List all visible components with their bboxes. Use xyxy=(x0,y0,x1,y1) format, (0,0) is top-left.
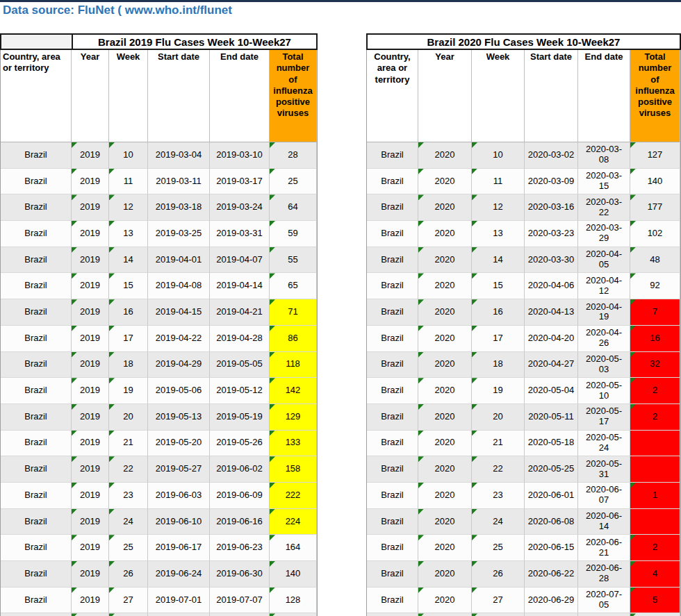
cell-start[interactable]: 2020-04-27 xyxy=(525,352,578,378)
cell-country[interactable]: Brazil xyxy=(1,299,72,326)
cell-week-partial[interactable] xyxy=(472,613,525,616)
cell-start[interactable]: 2019-04-08 xyxy=(148,273,210,299)
cell-country[interactable]: Brazil xyxy=(367,169,418,195)
cell-country[interactable]: Brazil xyxy=(367,404,418,431)
cell-total-partial[interactable] xyxy=(270,613,317,616)
cell-country[interactable]: Brazil xyxy=(1,378,72,404)
cell-end[interactable]: 2020-04-19 xyxy=(578,299,630,326)
cell-end[interactable]: 2019-06-30 xyxy=(210,561,270,588)
cell-end-partial[interactable] xyxy=(578,613,630,616)
cell-total[interactable]: 28 xyxy=(270,142,317,169)
cell-year[interactable]: 2019 xyxy=(72,588,109,614)
cell-week[interactable]: 10 xyxy=(472,142,525,169)
cell-start[interactable]: 2020-06-08 xyxy=(525,509,578,535)
cell-country[interactable]: Brazil xyxy=(1,483,72,509)
cell-start[interactable]: 2019-03-25 xyxy=(148,221,210,247)
cell-end[interactable]: 2020-06-14 xyxy=(578,509,630,535)
cell-week[interactable]: 17 xyxy=(472,326,525,352)
cell-start[interactable]: 2019-05-13 xyxy=(148,404,210,431)
cell-end[interactable]: 2020-03-22 xyxy=(578,194,630,221)
cell-end[interactable]: 2019-04-07 xyxy=(210,247,270,274)
cell-end[interactable]: 2020-04-12 xyxy=(578,273,630,299)
cell-country[interactable]: Brazil xyxy=(1,431,72,457)
cell-total[interactable]: 140 xyxy=(270,561,317,588)
cell-start[interactable]: 2019-07-01 xyxy=(148,588,210,614)
cell-start[interactable]: 2020-06-15 xyxy=(525,535,578,561)
cell-week[interactable]: 25 xyxy=(109,535,148,561)
cell-week[interactable]: 27 xyxy=(109,588,148,614)
cell-country[interactable]: Brazil xyxy=(367,194,418,221)
cell-country[interactable]: Brazil xyxy=(1,169,72,195)
cell-week[interactable]: 23 xyxy=(109,483,148,509)
cell-country[interactable]: Brazil xyxy=(367,142,418,169)
cell-week[interactable]: 14 xyxy=(109,247,148,274)
cell-start[interactable]: 2020-05-18 xyxy=(525,431,578,457)
cell-year[interactable]: 2020 xyxy=(418,483,472,509)
cell-start[interactable]: 2020-03-30 xyxy=(525,247,578,274)
cell-end[interactable]: 2020-04-05 xyxy=(578,247,630,274)
cell-total[interactable] xyxy=(630,431,680,457)
cell-country[interactable]: Brazil xyxy=(1,142,72,169)
cell-country[interactable]: Brazil xyxy=(367,535,418,561)
cell-year[interactable]: 2020 xyxy=(418,142,472,169)
cell-country-partial[interactable] xyxy=(367,613,418,616)
cell-country[interactable]: Brazil xyxy=(1,352,72,378)
cell-year[interactable]: 2019 xyxy=(72,194,109,221)
cell-week[interactable]: 25 xyxy=(472,535,525,561)
header-total[interactable]: Total number of influenza positive virus… xyxy=(270,50,317,142)
cell-country[interactable]: Brazil xyxy=(1,404,72,431)
cell-total[interactable] xyxy=(630,456,680,483)
cell-start[interactable]: 2019-03-04 xyxy=(148,142,210,169)
cell-year[interactable]: 2019 xyxy=(72,142,109,169)
cell-week[interactable]: 16 xyxy=(472,299,525,326)
cell-week[interactable]: 20 xyxy=(109,404,148,431)
cell-end[interactable]: 2020-07-05 xyxy=(578,588,630,614)
cell-week-partial[interactable] xyxy=(109,613,148,616)
table-title[interactable]: Brazil 2020 Flu Cases Week 10-Week27 xyxy=(366,33,681,50)
cell-end[interactable]: 2019-04-28 xyxy=(210,326,270,352)
header-start[interactable]: Start date xyxy=(525,50,578,142)
table-corner-cell[interactable] xyxy=(0,33,72,50)
cell-country[interactable]: Brazil xyxy=(367,299,418,326)
cell-total[interactable]: 64 xyxy=(270,194,317,221)
cell-total[interactable]: 2 xyxy=(630,404,680,431)
cell-total[interactable]: 222 xyxy=(270,483,317,509)
cell-week[interactable]: 21 xyxy=(109,431,148,457)
cell-week[interactable]: 19 xyxy=(472,378,525,404)
cell-start[interactable]: 2020-05-04 xyxy=(525,378,578,404)
cell-total[interactable]: 127 xyxy=(630,142,680,169)
cell-year[interactable]: 2020 xyxy=(418,378,472,404)
cell-year[interactable]: 2019 xyxy=(72,326,109,352)
cell-end[interactable]: 2020-06-07 xyxy=(578,483,630,509)
cell-total[interactable]: 142 xyxy=(270,378,317,404)
cell-week[interactable]: 11 xyxy=(109,169,148,195)
cell-year[interactable]: 2019 xyxy=(72,273,109,299)
cell-total[interactable]: 59 xyxy=(270,221,317,247)
cell-year[interactable]: 2020 xyxy=(418,194,472,221)
cell-end[interactable]: 2019-06-16 xyxy=(210,509,270,535)
cell-year[interactable]: 2020 xyxy=(418,299,472,326)
cell-country[interactable]: Brazil xyxy=(1,561,72,588)
cell-end[interactable]: 2019-03-17 xyxy=(210,169,270,195)
header-year[interactable]: Year xyxy=(418,50,472,142)
header-total[interactable]: Total number of influenza positive virus… xyxy=(630,50,680,142)
cell-start[interactable]: 2020-03-02 xyxy=(525,142,578,169)
cell-country[interactable]: Brazil xyxy=(367,221,418,247)
cell-week[interactable]: 26 xyxy=(109,561,148,588)
cell-week[interactable]: 14 xyxy=(472,247,525,274)
cell-start[interactable]: 2019-05-20 xyxy=(148,431,210,457)
cell-start[interactable]: 2019-04-15 xyxy=(148,299,210,326)
cell-total[interactable]: 4 xyxy=(630,561,680,588)
cell-start[interactable]: 2019-04-22 xyxy=(148,326,210,352)
cell-end[interactable]: 2020-05-10 xyxy=(578,378,630,404)
header-end[interactable]: End date xyxy=(578,50,630,142)
header-year[interactable]: Year xyxy=(72,50,109,142)
cell-total[interactable]: 2 xyxy=(630,378,680,404)
cell-country[interactable]: Brazil xyxy=(1,535,72,561)
cell-year[interactable]: 2019 xyxy=(72,535,109,561)
cell-year[interactable]: 2020 xyxy=(418,273,472,299)
cell-start[interactable]: 2019-05-06 xyxy=(148,378,210,404)
cell-start[interactable]: 2019-03-18 xyxy=(148,194,210,221)
cell-start[interactable]: 2019-06-24 xyxy=(148,561,210,588)
cell-week[interactable]: 20 xyxy=(472,404,525,431)
